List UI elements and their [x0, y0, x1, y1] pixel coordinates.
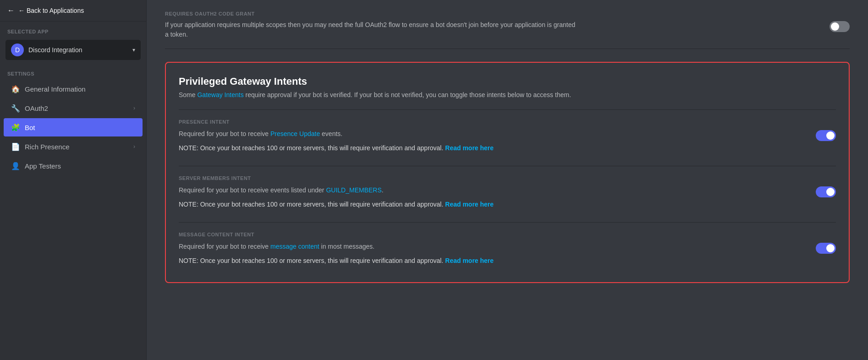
server-members-intent-desc: Required for your bot to receive events …: [179, 185, 807, 195]
oauth2-code-grant-row: If your application requires multiple sc…: [165, 20, 850, 39]
message-content-read-more-link[interactable]: Read more here: [445, 257, 494, 264]
presence-intent-slider: [816, 130, 836, 141]
message-content-intent-note: NOTE: Once your bot reaches 100 or more …: [179, 256, 807, 266]
document-icon: 📄: [11, 142, 20, 151]
back-to-applications-link[interactable]: ← ← Back to Applications: [0, 0, 146, 22]
sidebar: ← ← Back to Applications SELECTED APP D …: [0, 0, 147, 360]
message-content-intent-content: Required for your bot to receive message…: [179, 242, 807, 273]
gateway-intents-link[interactable]: Gateway Intents: [197, 91, 243, 98]
selected-app-label: SELECTED APP: [0, 22, 146, 37]
app-icon: D: [11, 44, 24, 56]
intents-subtitle-prefix: Some: [179, 91, 197, 98]
intents-title: Privileged Gateway Intents: [179, 76, 836, 87]
settings-label: SETTINGS: [0, 67, 146, 79]
presence-intent-section: PRESENCE INTENT Required for your bot to…: [179, 109, 836, 164]
chevron-right-icon-oauth2: ›: [133, 105, 135, 111]
server-members-intent-toggle[interactable]: [816, 186, 836, 197]
nav-label-app-testers: App Testers: [25, 162, 61, 170]
app-name: Discord Integration: [28, 46, 82, 54]
message-content-link[interactable]: message content: [270, 243, 319, 250]
message-content-intent-slider: [816, 243, 836, 254]
server-members-intent-note: NOTE: Once your bot reaches 100 or more …: [179, 200, 807, 209]
app-selector-dropdown[interactable]: D Discord Integration ▾: [5, 40, 141, 60]
message-content-intent-header: MESSAGE CONTENT INTENT: [179, 232, 836, 237]
nav-label-oauth2: OAuth2: [25, 104, 48, 112]
app-selector-left: D Discord Integration: [11, 44, 82, 56]
chevron-right-icon-rich-presence: ›: [133, 143, 135, 150]
server-members-intent-header: SERVER MEMBERS INTENT: [179, 175, 836, 181]
oauth2-code-grant-label: REQUIRES OAUTH2 CODE GRANT: [165, 11, 850, 16]
server-members-intent-content: Required for your bot to receive events …: [179, 185, 807, 217]
server-members-intent-slider: [816, 186, 836, 197]
presence-intent-header: PRESENCE INTENT: [179, 119, 836, 125]
presence-update-link[interactable]: Presence Update: [270, 130, 320, 137]
message-content-intent-desc: Required for your bot to receive message…: [179, 242, 807, 251]
oauth2-code-grant-toggle[interactable]: [830, 21, 850, 32]
message-content-intent-toggle[interactable]: [816, 243, 836, 254]
intents-subtitle: Some Gateway Intents require approval if…: [179, 91, 836, 98]
message-content-intent-row: Required for your bot to receive message…: [179, 242, 836, 273]
server-members-intent-row: Required for your bot to receive events …: [179, 185, 836, 217]
wrench-icon: 🔧: [11, 104, 20, 113]
nav-label-general-information: General Information: [25, 85, 86, 93]
nav-label-rich-presence: Rich Presence: [25, 143, 70, 151]
chevron-down-icon: ▾: [132, 47, 135, 53]
home-icon: 🏠: [11, 84, 20, 93]
presence-intent-desc: Required for your bot to receive Presenc…: [179, 129, 807, 139]
presence-intent-content: Required for your bot to receive Presenc…: [179, 129, 807, 160]
sidebar-item-bot[interactable]: 🧩 Bot: [4, 118, 143, 136]
server-members-intent-section: SERVER MEMBERS INTENT Required for your …: [179, 166, 836, 220]
main-content: REQUIRES OAUTH2 CODE GRANT If your appli…: [147, 0, 868, 360]
intents-subtitle-suffix: require approval if your bot is verified…: [244, 91, 571, 98]
sidebar-item-app-testers[interactable]: 👤 App Testers: [4, 157, 143, 175]
server-members-read-more-link[interactable]: Read more here: [445, 201, 494, 208]
presence-intent-toggle[interactable]: [816, 130, 836, 141]
presence-intent-note: NOTE: Once your bot reaches 100 or more …: [179, 143, 807, 153]
sidebar-item-rich-presence[interactable]: 📄 Rich Presence ›: [4, 137, 143, 156]
message-content-intent-section: MESSAGE CONTENT INTENT Required for your…: [179, 222, 836, 277]
sidebar-item-general-information[interactable]: 🏠 General Information: [4, 80, 143, 98]
puzzle-icon: 🧩: [11, 123, 20, 132]
presence-intent-row: Required for your bot to receive Presenc…: [179, 129, 836, 160]
oauth2-code-grant-slider: [830, 21, 850, 32]
presence-read-more-link[interactable]: Read more here: [445, 144, 494, 152]
sidebar-item-oauth2[interactable]: 🔧 OAuth2 ›: [4, 99, 143, 117]
back-label: ← Back to Applications: [18, 7, 84, 14]
oauth2-code-grant-section: REQUIRES OAUTH2 CODE GRANT If your appli…: [165, 0, 850, 49]
back-arrow-icon: ←: [7, 6, 15, 15]
guild-members-link[interactable]: GUILD_MEMBERS: [326, 186, 381, 194]
nav-label-bot: Bot: [25, 124, 35, 131]
privileged-gateway-intents-box: Privileged Gateway Intents Some Gateway …: [165, 62, 850, 283]
person-icon: 👤: [11, 161, 20, 170]
oauth2-code-grant-description: If your application requires multiple sc…: [165, 20, 577, 39]
